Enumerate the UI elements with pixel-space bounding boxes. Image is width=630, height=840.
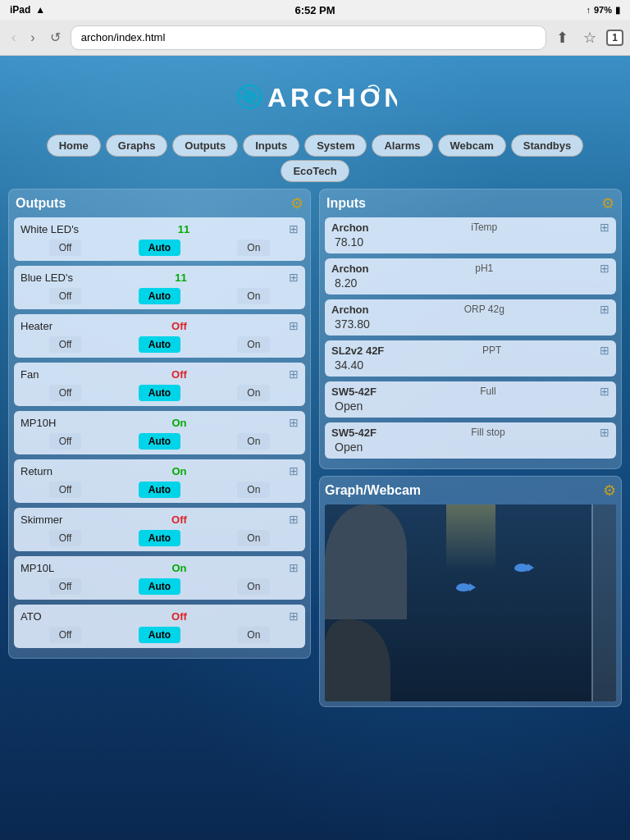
nav-system[interactable]: System xyxy=(304,135,367,157)
rock2 xyxy=(325,619,390,701)
forward-button[interactable]: › xyxy=(25,29,39,47)
mp10h-off-btn[interactable]: Off xyxy=(49,433,82,450)
webcam-gear-icon[interactable]: ⚙ xyxy=(603,482,616,500)
skimmer-auto-btn[interactable]: Auto xyxy=(139,530,180,546)
address-bar[interactable] xyxy=(71,25,547,50)
bookmark-button[interactable]: ☆ xyxy=(578,27,601,48)
nav-standbys[interactable]: Standbys xyxy=(511,135,584,157)
outputs-gear-icon[interactable]: ⚙ xyxy=(290,194,304,212)
status-bar: iPad ▲ 6:52 PM ↑ 97% ▮ xyxy=(0,0,630,20)
fish2 xyxy=(456,583,471,591)
output-heater: Heater Off ⊞ Off Auto On xyxy=(14,314,305,358)
back-button[interactable]: ‹ xyxy=(7,29,21,47)
mp10h-status: On xyxy=(171,417,186,429)
return-off-btn[interactable]: Off xyxy=(49,482,82,498)
fan-auto-btn[interactable]: Auto xyxy=(139,385,180,401)
sw5-fillstop-label: Fill stop xyxy=(471,427,504,438)
mp10h-icon: ⊞ xyxy=(289,416,299,429)
ato-label: ATO xyxy=(21,610,70,623)
blue-leds-on-btn[interactable]: On xyxy=(237,288,270,304)
mp10l-status: On xyxy=(171,562,186,574)
tab-count[interactable]: 1 xyxy=(606,30,623,46)
sw5-full-icon: ⊞ xyxy=(600,385,609,398)
inputs-gear-icon[interactable]: ⚙ xyxy=(601,194,614,212)
nav-graphs[interactable]: Graphs xyxy=(106,135,168,157)
nav-menu: Home Graphs Outputs Inputs System Alarms… xyxy=(8,135,622,157)
heater-auto-btn[interactable]: Auto xyxy=(139,336,180,353)
output-mp10l: MP10L On ⊞ Off Auto On xyxy=(14,556,305,600)
skimmer-off-btn[interactable]: Off xyxy=(49,530,82,546)
itemp-source: Archon xyxy=(331,221,369,234)
two-col-layout: Outputs ⚙ White LED's 11 ⊞ Off Auto xyxy=(8,189,622,707)
mp10h-label: MP10H xyxy=(21,417,70,429)
nav-alarms[interactable]: Alarms xyxy=(372,135,432,157)
nav-home[interactable]: Home xyxy=(47,135,101,157)
mp10l-off-btn[interactable]: Off xyxy=(49,578,82,595)
logo-icon: ARCHON xyxy=(233,72,397,121)
white-leds-auto-btn[interactable]: Auto xyxy=(139,240,180,256)
fan-icon: ⊞ xyxy=(289,368,299,381)
sw5-full-value: Open xyxy=(331,398,609,414)
white-leds-off-btn[interactable]: Off xyxy=(49,240,82,256)
main-content: ARCHON Home Graphs Outputs Inputs System… xyxy=(0,56,630,840)
skimmer-label: Skimmer xyxy=(21,514,70,526)
blue-leds-auto-btn[interactable]: Auto xyxy=(139,288,180,304)
ph1-label: pH1 xyxy=(475,262,493,274)
skimmer-on-btn[interactable]: On xyxy=(237,530,270,546)
return-label: Return xyxy=(21,465,70,477)
return-auto-btn[interactable]: Auto xyxy=(139,482,180,498)
blue-leds-off-btn[interactable]: Off xyxy=(49,288,82,304)
ato-auto-btn[interactable]: Auto xyxy=(139,627,180,643)
output-ato: ATO Off ⊞ Off Auto On xyxy=(14,605,305,648)
fan-label: Fan xyxy=(21,368,70,381)
sw5-fillstop-value: Open xyxy=(331,439,609,455)
return-on-btn[interactable]: On xyxy=(237,482,270,498)
inputs-title: Inputs xyxy=(326,196,366,211)
inputs-panel: Inputs ⚙ Archon iTemp ⊞ 78.10 xyxy=(319,189,622,469)
heater-off-btn[interactable]: Off xyxy=(49,336,82,353)
nav-webcam[interactable]: Webcam xyxy=(438,135,506,157)
ato-icon: ⊞ xyxy=(289,609,299,623)
ppt-source: SL2v2 42F xyxy=(331,345,384,357)
nav-ecotech[interactable]: EcoTech xyxy=(281,160,349,182)
mp10h-auto-btn[interactable]: Auto xyxy=(139,433,180,450)
share-button[interactable]: ⬆ xyxy=(551,27,573,48)
ato-off-btn[interactable]: Off xyxy=(49,627,82,643)
battery-icon: ▮ xyxy=(615,5,620,16)
input-sw5-fillstop: SW5-42F Fill stop ⊞ Open xyxy=(325,422,616,459)
aquarium-bg xyxy=(325,504,616,701)
reload-button[interactable]: ↺ xyxy=(45,28,66,47)
outputs-panel: Outputs ⚙ White LED's 11 ⊞ Off Auto xyxy=(8,189,311,659)
return-icon: ⊞ xyxy=(289,464,299,477)
heater-label: Heater xyxy=(21,320,70,332)
inputs-header: Inputs ⚙ xyxy=(325,194,616,212)
nav-inputs[interactable]: Inputs xyxy=(243,135,299,157)
svg-point-1 xyxy=(243,90,256,103)
rock1 xyxy=(325,504,407,619)
nav-outputs[interactable]: Outputs xyxy=(172,135,238,157)
itemp-value: 78.10 xyxy=(331,234,609,250)
ato-on-btn[interactable]: On xyxy=(237,627,270,643)
output-blue-leds: Blue LED's 11 ⊞ Off Auto On xyxy=(14,266,305,309)
ph1-source: Archon xyxy=(331,262,369,275)
mp10l-auto-btn[interactable]: Auto xyxy=(139,578,180,595)
webcam-header: Graph/Webcam ⚙ xyxy=(325,482,616,500)
fan-off-btn[interactable]: Off xyxy=(49,385,82,401)
blue-leds-status: 11 xyxy=(175,272,186,284)
mp10l-on-btn[interactable]: On xyxy=(237,578,270,595)
outputs-column: Outputs ⚙ White LED's 11 ⊞ Off Auto xyxy=(8,189,311,707)
mp10h-on-btn[interactable]: On xyxy=(237,433,270,450)
fan-status: Off xyxy=(171,368,187,381)
heater-on-btn[interactable]: On xyxy=(237,336,270,353)
itemp-label: iTemp xyxy=(471,221,497,233)
white-leds-label: White LED's xyxy=(21,223,79,235)
white-leds-icon: ⊞ xyxy=(289,222,299,235)
ppt-value: 34.40 xyxy=(331,357,609,373)
sw5-full-source: SW5-42F xyxy=(331,386,377,398)
carrier-label: iPad xyxy=(10,4,30,16)
fan-on-btn[interactable]: On xyxy=(237,385,270,401)
wifi-icon: ▲ xyxy=(35,4,45,16)
white-leds-on-btn[interactable]: On xyxy=(237,240,270,256)
heater-icon: ⊞ xyxy=(289,319,299,332)
blue-leds-label: Blue LED's xyxy=(21,272,73,284)
